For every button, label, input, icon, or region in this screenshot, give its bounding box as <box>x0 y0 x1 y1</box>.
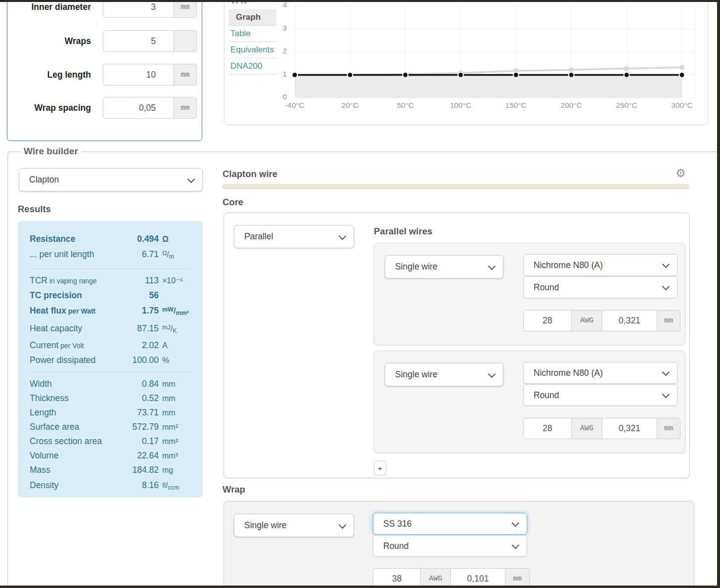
wire-card-2: Single wireNichrome N80 (A)RoundAWGmm <box>374 351 685 453</box>
field-label: Inner diameter <box>9 0 91 18</box>
result-value: 184.82 <box>119 463 159 477</box>
add-wire-button[interactable]: + <box>374 461 386 475</box>
wire-diameter-input[interactable] <box>602 418 657 439</box>
x-axis-tick: -40°C <box>274 101 315 110</box>
core-structure-select[interactable]: Parallel <box>234 225 354 248</box>
wire-awg-input[interactable] <box>523 310 572 331</box>
window-edge-top <box>0 0 720 2</box>
result-unit: mm <box>159 377 193 391</box>
result-unit: mm³ <box>159 449 193 463</box>
coil-parameters-panel: Inner diametermmWrapsLeg lengthmmWrap sp… <box>7 0 202 141</box>
wrap-diameter-addon: mm <box>505 568 530 588</box>
results-divider <box>30 372 191 372</box>
wrap-type-select[interactable]: Single wire <box>234 514 354 537</box>
tab-graph[interactable]: Graph <box>228 9 276 26</box>
wrap-type-select-value: Single wire <box>244 520 287 531</box>
result-row-tcr: TCR in vaping range113×10⁻⁶ <box>18 273 203 288</box>
wire-type-select[interactable]: Single wire <box>385 363 503 386</box>
result-label: Cross section area <box>30 434 119 449</box>
page: { "colors":{"accent_teal":"#45948e","res… <box>0 0 720 588</box>
x-axis-tick: 250°C <box>606 101 647 110</box>
tab-equivalents[interactable]: Equivalents <box>228 42 276 58</box>
x-axis-tick: 150°C <box>495 101 537 110</box>
wrap-awg-input[interactable] <box>373 568 421 588</box>
wire-profile-select[interactable]: Round <box>523 384 677 406</box>
wire-awg-input[interactable] <box>523 418 572 439</box>
result-unit: mW/mm² <box>159 303 193 320</box>
wrap-profile-select-value: Round <box>383 541 409 551</box>
wrap-heading: Wrap <box>223 484 245 495</box>
result-label: Length <box>30 406 119 420</box>
result-row-mass: Mass184.82mg <box>18 463 203 477</box>
wire-material-select[interactable]: Nichrome N80 (A) <box>523 254 677 276</box>
form-row-leg-length: Leg lengthmm <box>7 64 202 86</box>
result-row-density: Density8.16g/ccm <box>18 477 203 495</box>
wire-diameter-input[interactable] <box>602 310 657 331</box>
result-label: TCR in vaping range <box>30 273 119 288</box>
result-row--per-unit-length: ... per unit length6.71Ω/m <box>18 246 203 264</box>
result-value: 1.75 <box>119 304 159 318</box>
wire-material-select-value: Nichrome N80 (A) <box>534 260 603 271</box>
unit-addon: mm <box>174 64 197 86</box>
x-axis-tick: 20°C <box>329 101 371 110</box>
value-input[interactable] <box>103 0 174 18</box>
wire-type-select-value: Single wire <box>395 369 438 380</box>
result-row-volume: Volume22.64mm³ <box>18 449 203 463</box>
wrap-material-select[interactable]: SS 316 <box>373 513 527 535</box>
result-label: Resistance <box>30 232 119 246</box>
result-label: Width <box>30 377 119 391</box>
tab-dna200[interactable]: DNA200 <box>228 58 276 75</box>
value-input[interactable] <box>103 64 174 86</box>
unit-addon: mm <box>174 97 197 119</box>
result-label: TC precision <box>30 288 119 303</box>
wire-diameter-addon: mm <box>657 418 680 439</box>
result-unit: mm² <box>159 420 193 434</box>
form-row-inner-diameter: Inner diametermm <box>7 0 202 18</box>
result-label: Thickness <box>30 391 119 406</box>
result-unit: A <box>159 338 193 353</box>
parallel-wires-heading: Parallel wires <box>374 226 432 237</box>
value-input[interactable] <box>103 97 174 119</box>
x-axis-tick: 200°C <box>550 101 592 110</box>
result-row-thickness: Thickness0.52mm <box>18 391 203 406</box>
result-label-suffix: in vaping range <box>47 277 97 285</box>
input-group <box>103 30 197 52</box>
y-axis-tick: 2 <box>271 46 287 55</box>
x-axis-tick: 300°C <box>661 101 703 110</box>
wire-profile-select[interactable]: Round <box>523 276 677 298</box>
clapton-wire-title: Clapton wire <box>223 169 277 180</box>
field-label: Wrap spacing <box>9 97 91 119</box>
result-value: 0.84 <box>119 377 159 391</box>
wire-type-select-value: Clapton <box>29 175 59 185</box>
input-group: mm <box>103 97 197 119</box>
result-value: 0.52 <box>119 391 159 406</box>
wire-profile-select-value: Round <box>534 390 559 401</box>
result-row-heat-flux: Heat flux per Watt1.75mW/mm² <box>18 303 203 320</box>
result-row-width: Width0.84mm <box>18 377 203 391</box>
wire-material-select[interactable]: Nichrome N80 (A) <box>523 362 677 384</box>
tab-table[interactable]: Table <box>228 25 276 42</box>
result-label: ... per unit length <box>30 247 119 262</box>
wrap-profile-select[interactable]: Round <box>373 535 527 557</box>
result-unit: mg <box>159 463 193 477</box>
wire-diameter-addon: mm <box>657 310 680 331</box>
result-value: 113 <box>119 273 159 288</box>
wire-awg-addon: AWG <box>572 310 602 331</box>
input-group: mm <box>103 0 197 18</box>
result-row-length: Length73.71mm <box>18 406 203 420</box>
result-value: 56 <box>119 288 159 303</box>
core-heading: Core <box>223 197 243 208</box>
core-structure-select-value: Parallel <box>244 231 273 242</box>
results-heading: Results <box>18 204 51 215</box>
wire-type-select[interactable]: Single wire <box>385 255 503 278</box>
wire-type-select[interactable]: Clapton <box>19 168 203 191</box>
result-unit: mm <box>159 391 193 406</box>
gear-icon[interactable]: ⚙ <box>675 168 686 179</box>
result-label: Surface area <box>30 420 119 434</box>
wrap-diameter-input[interactable] <box>451 568 505 588</box>
window-edge-right <box>717 0 720 588</box>
window-edge-bottom <box>0 586 720 588</box>
result-row-heat-capacity: Heat capacity87.15mJ/K <box>18 320 203 338</box>
field-label: Wraps <box>9 30 91 52</box>
value-input[interactable] <box>103 30 174 52</box>
